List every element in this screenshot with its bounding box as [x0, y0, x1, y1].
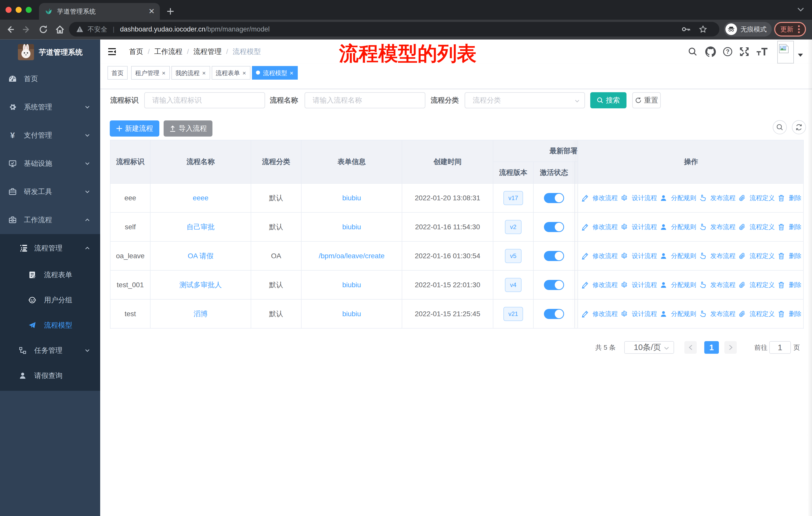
svg-text:?: ?	[726, 48, 729, 55]
